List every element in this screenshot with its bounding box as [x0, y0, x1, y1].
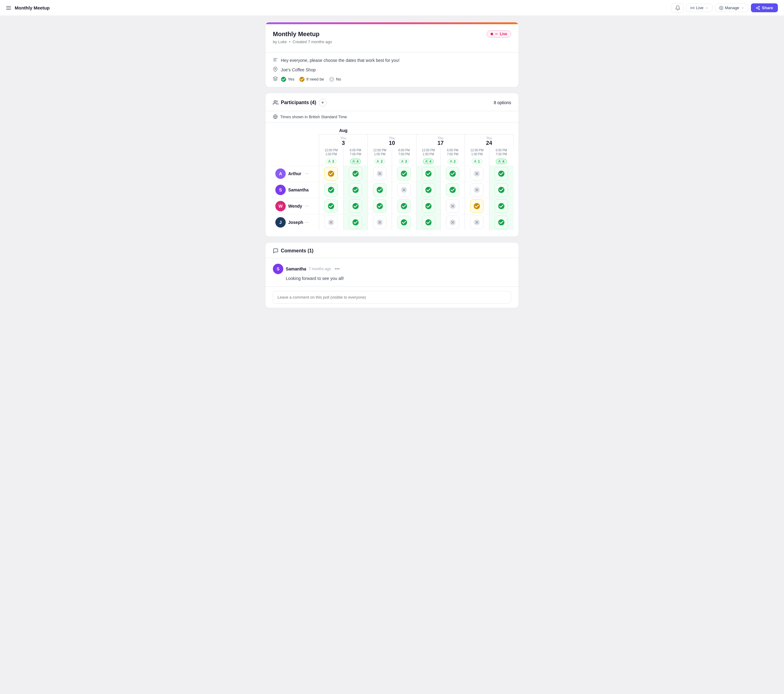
day-spacer [270, 134, 319, 147]
count-chip-0: 3 [326, 159, 336, 164]
avail-inner [349, 216, 362, 229]
availability-cell[interactable] [392, 182, 416, 198]
live-button[interactable]: Live [686, 4, 713, 12]
avail-inner [397, 199, 411, 213]
live-dot [491, 33, 493, 35]
availability-cell[interactable] [392, 198, 416, 214]
svg-point-46 [425, 187, 432, 193]
availability-cell[interactable] [416, 166, 440, 182]
availability-cell[interactable] [465, 166, 489, 182]
availability-cell[interactable] [367, 214, 392, 231]
svg-point-1 [721, 7, 722, 8]
availability-cell[interactable] [367, 182, 392, 198]
comment-options-button[interactable]: ••• [333, 265, 341, 273]
month-row: Aug [270, 125, 514, 134]
count-5: 2 [440, 157, 464, 166]
topnav-right: Live Manage Share [672, 3, 778, 13]
availability-cell[interactable] [440, 214, 464, 231]
comment-input[interactable] [273, 291, 511, 303]
participant-options-button[interactable]: ··· [303, 186, 310, 194]
availability-cell[interactable] [440, 198, 464, 214]
availability-cell[interactable] [489, 182, 513, 198]
availability-cell[interactable] [440, 166, 464, 182]
svg-point-52 [328, 203, 334, 209]
day-17-header: Thu 17 [416, 134, 465, 147]
availability-cell[interactable] [319, 214, 343, 231]
availability-cell[interactable] [367, 198, 392, 214]
availability-cell[interactable] [343, 214, 367, 231]
availability-cell[interactable] [343, 166, 367, 182]
add-participant-button[interactable]: + [319, 99, 327, 107]
availability-cell[interactable] [319, 166, 343, 182]
count-chip-4: 4 [423, 159, 434, 164]
description-icon [273, 57, 278, 63]
avail-inner [373, 183, 387, 197]
svg-point-20 [329, 160, 330, 161]
poll-created: Created 7 months ago [293, 40, 332, 44]
avail-inner [349, 183, 362, 197]
svg-point-29 [352, 171, 359, 177]
availability-cell[interactable] [343, 198, 367, 214]
live-radio-icon [494, 32, 498, 36]
share-label: Share [762, 5, 773, 10]
comment-meta: S Samantha 7 months ago ••• [273, 264, 511, 274]
svg-point-53 [352, 203, 359, 209]
svg-point-55 [401, 203, 407, 209]
poll-header: Monthly Meetup Live by Luke • Created 7 … [265, 24, 519, 52]
availability-cell[interactable] [392, 214, 416, 231]
comment-author: Samantha [286, 267, 306, 271]
share-button[interactable]: Share [751, 3, 778, 12]
main-content: Monthly Meetup Live by Luke • Created 7 … [260, 16, 524, 326]
availability-cell[interactable] [465, 214, 489, 231]
availability-cell[interactable] [343, 182, 367, 198]
manage-label: Manage [725, 5, 739, 10]
page-title: Monthly Meetup [15, 5, 49, 10]
avail-inner [422, 167, 435, 180]
avail-inner [324, 183, 338, 197]
day-10-num: 10 [369, 140, 415, 147]
col-sep5 [465, 125, 489, 134]
availability-cell[interactable] [440, 182, 464, 198]
availability-cell[interactable] [367, 166, 392, 182]
time-3-noon: 12:00 PM1:00 PM [319, 147, 343, 157]
availability-cell[interactable] [416, 214, 440, 231]
svg-point-33 [401, 171, 407, 177]
availability-cell[interactable] [392, 166, 416, 182]
svg-point-39 [498, 171, 504, 177]
svg-point-7 [496, 34, 497, 34]
participant-name-cell: W Wendy [270, 198, 295, 214]
notifications-button[interactable] [672, 3, 684, 13]
svg-point-56 [425, 203, 432, 209]
table-row: S Samantha ··· [270, 182, 514, 198]
participants-title: Participants (4) [281, 100, 316, 106]
availability-cell[interactable] [489, 198, 513, 214]
availability-cell[interactable] [319, 198, 343, 214]
live-icon [690, 6, 695, 10]
participant-options-button[interactable]: ··· [303, 202, 310, 210]
avail-inner [349, 167, 362, 180]
poll-location: Joe's Coffee Shop [281, 68, 316, 72]
legend-yes: Yes [281, 77, 294, 82]
poll-title-row: Monthly Meetup Live [273, 30, 511, 38]
count-chip-7: 4 [496, 159, 507, 164]
availability-cell[interactable] [489, 214, 513, 231]
availability-cell[interactable] [416, 198, 440, 214]
availability-cell[interactable] [489, 166, 513, 182]
time-17-noon: 12:00 PM1:00 PM [416, 147, 440, 157]
availability-cell[interactable] [319, 182, 343, 198]
availability-cell[interactable] [465, 198, 489, 214]
manage-button[interactable]: Manage [715, 4, 748, 12]
poll-title: Monthly Meetup [273, 31, 320, 38]
participant-options-button[interactable]: ··· [303, 170, 310, 178]
participant-name-cell: S Samantha [270, 182, 295, 198]
col-sep2 [392, 125, 416, 134]
avatar: S [275, 185, 286, 195]
availability-cell[interactable] [416, 182, 440, 198]
month-spacer [270, 125, 319, 134]
participant-options-button[interactable]: ··· [303, 218, 310, 226]
availability-cell[interactable] [465, 182, 489, 198]
options-count: 8 options [494, 100, 511, 105]
menu-icon[interactable] [6, 6, 11, 10]
legend-no-label: No [336, 77, 341, 81]
time-row: 12:00 PM1:00 PM 6:00 PM7:00 PM 12:00 PM1… [270, 147, 514, 157]
